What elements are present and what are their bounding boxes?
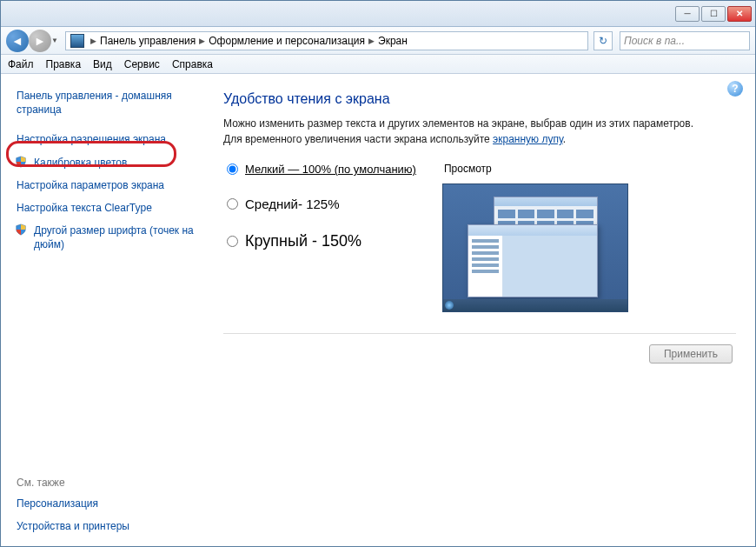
body: Панель управления - домашняя страница На… — [1, 74, 755, 546]
search-placeholder: Поиск в па... — [624, 35, 685, 47]
forward-button[interactable]: ► — [29, 30, 51, 52]
chevron-right-icon: ▶ — [368, 37, 375, 45]
see-also-devices[interactable]: Устройства и принтеры — [13, 515, 202, 537]
radio-large-input[interactable] — [227, 236, 238, 247]
radio-large[interactable]: Крупный - 150% — [227, 232, 416, 250]
sidebar: Панель управления - домашняя страница На… — [1, 74, 202, 546]
content: ? Удобство чтения с экрана Можно изменит… — [202, 74, 755, 546]
back-button[interactable]: ◄ — [6, 30, 29, 52]
options-row: Мелкий — 100% (по умолчанию) Средний- 12… — [223, 163, 736, 312]
breadcrumb[interactable]: ▶ Панель управления ▶ Оформление и персо… — [65, 31, 588, 50]
divider — [223, 333, 736, 334]
titlebar: ─ ☐ ✕ — [1, 1, 755, 27]
radio-label: Мелкий — 100% (по умолчанию) — [245, 163, 416, 176]
radio-small[interactable]: Мелкий — 100% (по умолчанию) — [227, 163, 416, 176]
page-description: Можно изменить размер текста и других эл… — [223, 116, 710, 147]
preview-heading: Просмотр — [444, 163, 628, 175]
shield-icon — [15, 223, 27, 236]
see-also-heading: См. также — [17, 477, 202, 489]
maximize-button[interactable]: ☐ — [701, 6, 726, 22]
preview-column: Просмотр — [442, 163, 628, 312]
sidebar-item-resolution[interactable]: Настройка разрешения экрана — [13, 128, 202, 150]
magnifier-link[interactable]: экранную лупу — [493, 133, 563, 145]
control-panel-window: ─ ☐ ✕ ◄ ► ▼ ▶ Панель управления ▶ Оформл… — [0, 0, 756, 547]
nav-buttons: ◄ ► ▼ — [6, 30, 62, 52]
location-icon — [70, 34, 84, 48]
sidebar-item-display-params[interactable]: Настройка параметров экрана — [13, 174, 202, 197]
menu-edit[interactable]: Правка — [46, 58, 82, 70]
radio-small-input[interactable] — [227, 163, 238, 175]
sidebar-home[interactable]: Панель управления - домашняя страница — [13, 84, 202, 121]
preview-image — [442, 183, 628, 312]
see-also-personalization[interactable]: Персонализация — [13, 492, 202, 515]
menu-tools[interactable]: Сервис — [124, 58, 160, 70]
sidebar-item-label: Калибровка цветов — [34, 157, 127, 169]
refresh-button[interactable]: ↻ — [594, 31, 613, 50]
navbar: ◄ ► ▼ ▶ Панель управления ▶ Оформление и… — [1, 27, 755, 55]
apply-button[interactable]: Применить — [649, 344, 733, 364]
sidebar-item-label: Другой размер шрифта (точек на дюйм) — [34, 224, 194, 250]
minimize-button[interactable]: ─ — [675, 6, 700, 22]
sidebar-item-color-calibration[interactable]: Калибровка цветов — [13, 151, 202, 174]
menu-help[interactable]: Справка — [172, 58, 213, 70]
breadcrumb-root[interactable]: Панель управления — [100, 35, 196, 47]
radio-label: Средний- 125% — [245, 197, 340, 211]
actions: Применить — [223, 344, 736, 364]
window-controls: ─ ☐ ✕ — [675, 6, 752, 22]
breadcrumb-mid[interactable]: Оформление и персонализация — [209, 35, 365, 47]
menubar: Файл Правка Вид Сервис Справка — [1, 55, 755, 74]
menu-view[interactable]: Вид — [93, 58, 112, 70]
sidebar-item-cleartype[interactable]: Настройка текста ClearType — [13, 197, 202, 219]
help-icon[interactable]: ? — [727, 81, 743, 97]
page-title: Удобство чтения с экрана — [223, 91, 736, 107]
radio-medium-input[interactable] — [227, 198, 238, 210]
sidebar-item-dpi[interactable]: Другой размер шрифта (точек на дюйм) — [13, 219, 202, 256]
radio-label: Крупный - 150% — [245, 232, 361, 250]
shield-icon — [15, 156, 27, 168]
chevron-right-icon: ▶ — [90, 37, 96, 45]
radio-medium[interactable]: Средний- 125% — [227, 197, 416, 211]
search-input[interactable]: Поиск в па... — [620, 31, 750, 50]
size-radios: Мелкий — 100% (по умолчанию) Средний- 12… — [223, 163, 416, 250]
nav-history-dropdown[interactable]: ▼ — [51, 30, 62, 52]
breadcrumb-leaf[interactable]: Экран — [378, 35, 408, 47]
close-button[interactable]: ✕ — [727, 6, 752, 22]
menu-file[interactable]: Файл — [8, 58, 34, 70]
chevron-right-icon: ▶ — [199, 37, 205, 45]
